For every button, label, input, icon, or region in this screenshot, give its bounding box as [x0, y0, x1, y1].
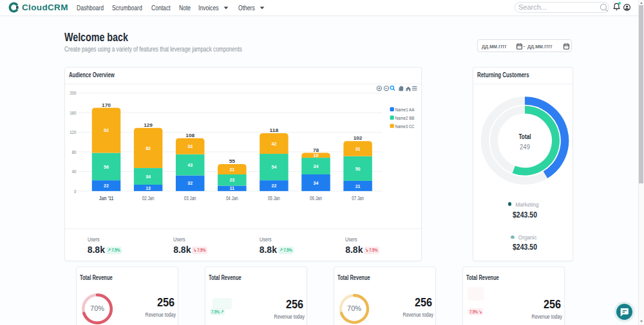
svg-text:13: 13 [146, 185, 151, 191]
svg-text:06 Jan: 06 Jan [310, 195, 322, 201]
svg-text:31: 31 [355, 146, 360, 152]
svg-text:129: 129 [144, 122, 153, 128]
svg-text:34: 34 [313, 163, 319, 169]
svg-text:120: 120 [70, 129, 76, 135]
svg-text:Name2 BB: Name2 BB [395, 115, 414, 121]
svg-text:Jan '11: Jan '11 [99, 195, 113, 201]
svg-text:43: 43 [187, 162, 193, 168]
svg-text:02 Jan: 02 Jan [142, 195, 154, 201]
svg-text:23: 23 [229, 177, 234, 183]
svg-text:05 Jan: 05 Jan [268, 195, 280, 201]
svg-text:82: 82 [146, 145, 151, 151]
svg-text:04 Jan: 04 Jan [225, 195, 238, 201]
svg-text:160: 160 [70, 110, 76, 116]
svg-text:56: 56 [104, 164, 109, 170]
svg-text:22: 22 [104, 183, 109, 189]
svg-text:170: 170 [102, 102, 111, 108]
svg-text:50: 50 [355, 166, 360, 172]
svg-text:34: 34 [313, 180, 319, 186]
svg-text:Name1 AA: Name1 AA [395, 107, 415, 113]
svg-text:54: 54 [271, 164, 277, 170]
svg-text:34: 34 [146, 174, 151, 180]
svg-text:33: 33 [187, 144, 193, 149]
svg-text:80: 80 [71, 149, 76, 155]
svg-text:55: 55 [229, 158, 234, 164]
svg-text:42: 42 [271, 141, 276, 147]
svg-text:70%: 70% [347, 304, 361, 311]
svg-text:0: 0 [74, 189, 76, 194]
svg-text:92: 92 [104, 127, 109, 133]
svg-text:11: 11 [229, 185, 234, 191]
svg-text:108: 108 [185, 133, 194, 138]
svg-text:102: 102 [353, 135, 362, 141]
svg-text:40: 40 [71, 169, 76, 174]
svg-text:21: 21 [355, 183, 360, 189]
svg-text:10: 10 [313, 153, 318, 158]
svg-text:32: 32 [187, 180, 193, 186]
svg-text:07 Jan: 07 Jan [352, 195, 364, 201]
svg-text:118: 118 [269, 127, 278, 133]
svg-text:70%: 70% [90, 304, 104, 311]
svg-text:Name3 CC: Name3 CC [395, 124, 414, 129]
svg-text:200: 200 [70, 90, 76, 96]
svg-text:22: 22 [271, 183, 276, 189]
svg-text:03 Jan: 03 Jan [184, 195, 196, 201]
svg-text:21: 21 [229, 167, 234, 172]
svg-text:78: 78 [312, 147, 318, 153]
